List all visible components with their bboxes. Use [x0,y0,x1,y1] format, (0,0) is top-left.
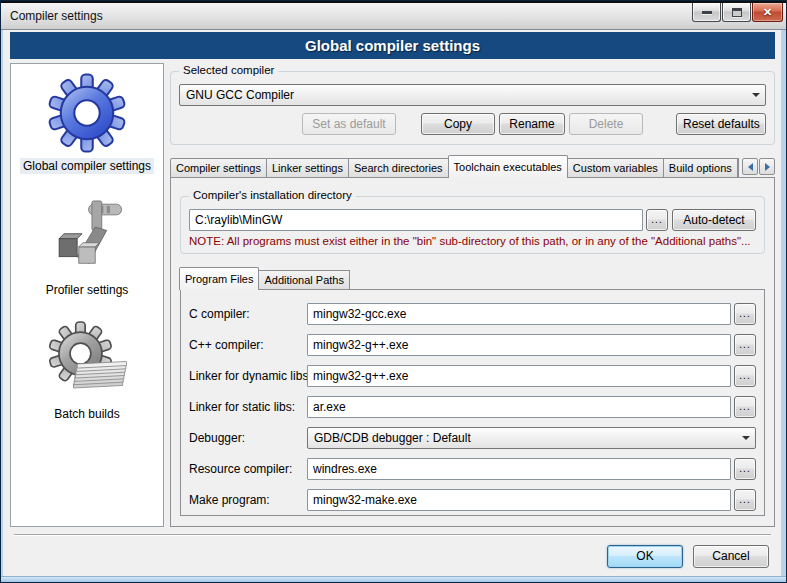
subtab-additional-paths[interactable]: Additional Paths [259,270,350,290]
install-directory-group: Compiler's installation directory ... Au… [180,196,765,254]
auto-detect-button[interactable]: Auto-detect [672,209,756,231]
chevron-down-icon [748,93,763,97]
sidebar-item-profiler-settings[interactable]: Profiler settings [11,196,163,298]
selected-compiler-select[interactable]: GNU GCC Compiler [179,84,766,106]
sidebar-item-label: Global compiler settings [20,158,154,174]
tab-toolchain-executables[interactable]: Toolchain executables [448,155,568,178]
program-tabs: Program FilesAdditional Paths [180,268,765,290]
install-directory-row: ... Auto-detect [189,209,756,231]
cplusplus-compiler-input[interactable] [307,334,731,356]
gray-gear-stack-icon [46,320,128,402]
field-row-linker-for-static-libs: Linker for static libs:... [189,396,756,418]
tab-build-options[interactable]: Build options [664,158,738,178]
field-label: Debugger: [189,431,307,445]
program-files-page: C compiler:...C++ compiler:...Linker for… [180,289,765,516]
caliper-icon [46,196,128,278]
note-text: NOTE: All programs must exist either in … [189,235,756,247]
page-title: Global compiler settings [10,32,775,59]
copy-button[interactable]: Copy [421,113,495,135]
c-compiler-input[interactable] [307,303,731,325]
install-directory-input[interactable] [189,209,643,231]
field-row-c-compiler: C compiler:... [189,303,756,325]
selected-compiler-value: GNU GCC Compiler [186,88,748,102]
resource-compiler-input[interactable] [307,458,731,480]
minimize-button[interactable] [692,3,721,22]
window-bottom-border [1,576,786,582]
delete-button: Delete [569,113,643,135]
field-row-cplusplus-compiler: C++ compiler:... [189,334,756,356]
field-row-debugger: Debugger:GDB/CDB debugger : Default [189,427,756,449]
blue-gear-icon [46,72,128,154]
settings-category-list: Global compiler settings Profiler settin… [10,63,164,527]
resource-compiler-browse-button[interactable]: ... [734,458,756,480]
dialog-body: Global compiler settings Profiler settin… [10,63,775,527]
selected-compiler-group: Selected compiler GNU GCC Compiler Set a… [170,71,775,145]
settings-tabs: Compiler settingsLinker settingsSearch d… [170,155,738,178]
sidebar-item-global-compiler-settings[interactable]: Global compiler settings [11,72,163,174]
cancel-button[interactable]: Cancel [693,545,769,568]
tab-compiler-settings[interactable]: Compiler settings [170,158,267,178]
field-label: Linker for dynamic libs: [189,369,307,383]
tab-search-directories[interactable]: Search directories [349,158,449,178]
tab-scroll-left-button[interactable] [742,158,758,175]
rename-button[interactable]: Rename [499,113,565,135]
field-label: Linker for static libs: [189,400,307,414]
sidebar-item-label: Profiler settings [43,282,132,298]
make-program-input[interactable] [307,489,731,511]
install-directory-browse-button[interactable]: ... [646,209,668,231]
titlebar[interactable]: Compiler settings ✕ [1,1,786,30]
maximize-icon [732,8,742,17]
sidebar-item-label: Batch builds [51,406,122,422]
debugger-select[interactable]: GDB/CDB debugger : Default [307,427,756,449]
cplusplus-compiler-browse-button[interactable]: ... [734,334,756,356]
dialog-client-area: Global compiler settings [3,30,781,576]
field-label: C++ compiler: [189,338,307,352]
field-label: Resource compiler: [189,462,307,476]
close-icon: ✕ [763,7,772,18]
settings-tabstrip: Compiler settingsLinker settingsSearch d… [170,155,775,178]
linker-for-dynamic-libs-browse-button[interactable]: ... [734,365,756,387]
c-compiler-browse-button[interactable]: ... [734,303,756,325]
linker-for-static-libs-input[interactable] [307,396,731,418]
linker-for-dynamic-libs-input[interactable] [307,365,731,387]
main-panel: Selected compiler GNU GCC Compiler Set a… [170,63,775,527]
make-program-browse-button[interactable]: ... [734,489,756,511]
window-controls: ✕ [692,3,783,22]
chevron-down-icon [738,436,753,440]
page-title-text: Global compiler settings [305,37,480,54]
compiler-action-buttons: Set as defaultCopyRenameDeleteReset defa… [179,113,766,135]
tab-linker-settings[interactable]: Linker settings [267,158,349,178]
sidebar-item-batch-builds[interactable]: Batch builds [11,320,163,422]
linker-for-static-libs-browse-button[interactable]: ... [734,396,756,418]
subtab-program-files[interactable]: Program Files [179,267,259,290]
tab-scroll-right-button[interactable] [759,158,775,175]
field-label: Make program: [189,493,307,507]
window-title: Compiler settings [10,9,103,23]
compiler-settings-dialog: Compiler settings ✕ Global compiler sett… [0,0,787,583]
field-label: C compiler: [189,307,307,321]
field-row-make-program: Make program:... [189,489,756,511]
maximize-button[interactable] [722,3,751,22]
toolchain-executables-page: Compiler's installation directory ... Au… [170,177,775,527]
dialog-footer-buttons: OK Cancel [10,536,775,576]
field-row-linker-for-dynamic-libs: Linker for dynamic libs:... [189,365,756,387]
set-as-default-button: Set as default [302,113,396,135]
tab-custom-variables[interactable]: Custom variables [568,158,664,178]
ok-button[interactable]: OK [607,545,683,568]
combo-value: GDB/CDB debugger : Default [314,431,738,445]
minimize-icon [702,11,712,14]
field-row-resource-compiler: Resource compiler:... [189,458,756,480]
left-arrow-icon [748,163,753,171]
right-arrow-icon [765,163,770,171]
selected-compiler-group-label: Selected compiler [179,64,278,76]
tab-scroll-buttons [739,158,775,175]
reset-defaults-button[interactable]: Reset defaults [676,113,766,135]
close-button[interactable]: ✕ [752,3,783,22]
install-directory-group-label: Compiler's installation directory [189,189,356,201]
